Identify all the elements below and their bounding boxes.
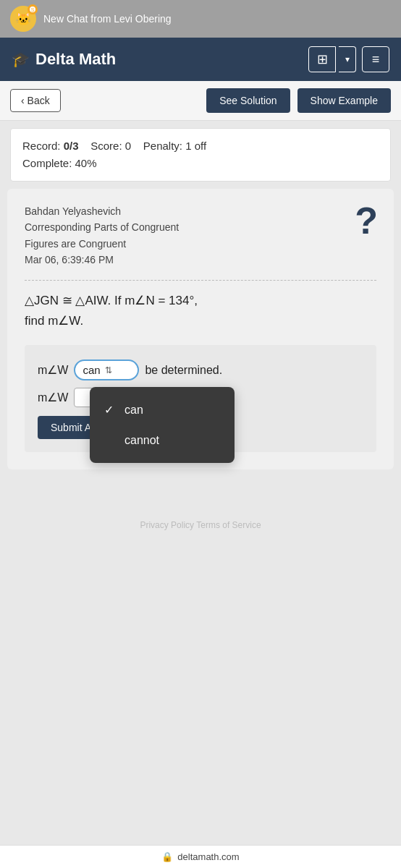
lock-icon: 🔒 [161, 851, 173, 862]
logo-icon: 🎓 [12, 51, 30, 68]
see-solution-button[interactable]: See Solution [206, 88, 290, 113]
answer-area: m∠W can ⇅ be determined. m∠W Submit A ✓ … [25, 345, 376, 452]
calculator-button[interactable]: ⊞ [308, 46, 336, 72]
problem-area: Bahdan Yelyashevich Corresponding Parts … [7, 189, 394, 469]
problem-statement: △JGN ≅ △AIW. If m∠N = 134°, find m∠W. [25, 291, 376, 333]
show-example-button[interactable]: Show Example [297, 88, 391, 113]
record-score: 0/3 [64, 140, 79, 152]
dropdown-cannot-label: cannot [124, 434, 159, 447]
notification-text: New Chat from Levi Obering [43, 13, 172, 25]
score-label: Score: 0 [90, 140, 131, 152]
divider [25, 280, 376, 281]
back-button[interactable]: ‹ Back [10, 89, 61, 112]
dropdown-can-label: can [124, 404, 143, 417]
svg-text:S: S [31, 7, 35, 12]
header-right: ⊞ ▾ ≡ [308, 46, 389, 72]
problem-date: Mar 06, 6:39:46 PM [25, 252, 376, 268]
problem-meta: Bahdan Yelyashevich Corresponding Parts … [25, 203, 376, 268]
penalty-label: Penalty: 1 off [143, 140, 206, 152]
avatar: 🐱 S [10, 6, 36, 32]
record-label: Record: [22, 140, 61, 152]
help-icon[interactable]: ? [355, 202, 378, 239]
answer-row1: m∠W can ⇅ be determined. [38, 359, 363, 380]
notification-bar: 🐱 S New Chat from Levi Obering [0, 0, 401, 38]
check-icon: ✓ [104, 403, 117, 417]
topic: Corresponding Parts of Congruent [25, 219, 376, 235]
statement-line2: find m∠W. [25, 311, 376, 332]
dropdown-item-cannot[interactable]: cannot [90, 425, 235, 456]
angle-w-prefix: m∠W [38, 363, 68, 377]
chevron-down-icon: ⇅ [105, 365, 112, 375]
no-check-spacer [104, 434, 117, 447]
dropdown-menu: ✓ can cannot [90, 387, 235, 463]
app-title: Delta Math [35, 50, 116, 69]
dropdown-item-can[interactable]: ✓ can [90, 394, 235, 425]
statement-line1: △JGN ≅ △AIW. If m∠N = 134°, [25, 291, 376, 312]
angle-w-prefix2: m∠W [38, 391, 68, 404]
calculator-dropdown-button[interactable]: ▾ [339, 46, 356, 72]
footer-links: Privacy Policy Terms of Service [0, 513, 401, 537]
notification-badge: S [28, 4, 38, 14]
record-bar: Record: 0/3 Score: 0 Penalty: 1 off Comp… [10, 128, 391, 182]
student-name: Bahdan Yelyashevich [25, 203, 376, 219]
be-determined-suffix: be determined. [145, 364, 222, 377]
toolbar: ‹ Back See Solution Show Example [0, 81, 401, 121]
header: 🎓 Delta Math ⊞ ▾ ≡ [0, 38, 401, 81]
complete-label: Complete: 40% [22, 157, 97, 169]
menu-button[interactable]: ≡ [362, 46, 389, 72]
logo-area: 🎓 Delta Math [12, 50, 116, 69]
bottom-bar: 🔒 deltamath.com [0, 845, 401, 868]
dropdown-value: can [83, 364, 100, 376]
site-url: deltamath.com [177, 851, 239, 862]
topic2: Figures are Congruent [25, 236, 376, 252]
can-dropdown[interactable]: can ⇅ [74, 359, 139, 380]
